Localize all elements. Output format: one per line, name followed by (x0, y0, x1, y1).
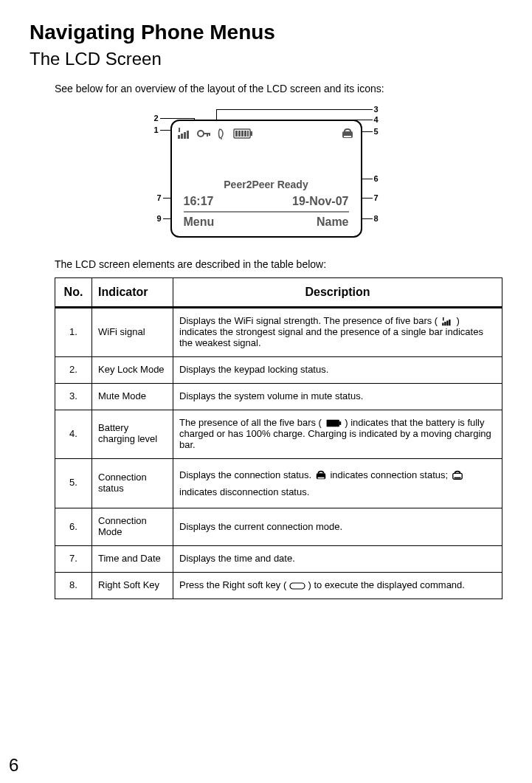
svg-rect-2 (181, 134, 183, 139)
svg-rect-16 (247, 131, 249, 137)
cell-no: 3. (55, 383, 92, 410)
svg-rect-14 (241, 131, 243, 137)
callout-7-right: 7 (374, 193, 379, 202)
callout-1: 1 (154, 125, 159, 134)
cell-desc: Displays the connection status. indicate… (173, 458, 502, 508)
cell-no: 8. (55, 573, 92, 599)
mute-icon (216, 128, 227, 139)
svg-rect-0 (179, 128, 180, 132)
svg-rect-29 (454, 477, 460, 479)
cell-ind: Time and Date (92, 546, 173, 573)
svg-rect-4 (187, 131, 189, 139)
svg-rect-8 (209, 133, 210, 136)
svg-rect-21 (444, 322, 446, 325)
table-row: 4. Battery charging level The presence o… (55, 410, 502, 458)
table-row: 2. Key Lock Mode Displays the keypad loc… (55, 356, 502, 383)
table-row: 5. Connection status Displays the connec… (55, 458, 502, 508)
svg-rect-6 (203, 133, 210, 134)
softkey-icon (289, 582, 305, 590)
cell-no: 6. (55, 508, 92, 546)
lcd-screen-box: Peer2Peer Ready 16:17 19-Nov-07 Menu Nam… (170, 120, 362, 238)
table-row: 1. WiFi signal Displays the WiFi signal … (55, 308, 502, 357)
callout-5: 5 (374, 127, 379, 136)
cell-desc: Press the Right soft key ( ) to execute … (173, 573, 502, 599)
table-intro-text: The LCD screen elements are described in… (30, 258, 502, 270)
table-row: 8. Right Soft Key Press the Right soft k… (55, 573, 502, 599)
date-text: 19-Nov-07 (292, 195, 348, 208)
callout-8: 8 (374, 214, 379, 223)
wifi-signal-icon (441, 317, 454, 326)
cell-no: 1. (55, 308, 92, 357)
cell-no: 5. (55, 458, 92, 508)
svg-rect-13 (238, 131, 241, 137)
softkey-row: Menu Name (184, 215, 349, 229)
connected-icon (314, 469, 328, 481)
battery-icon (325, 419, 342, 427)
cell-desc: Displays the time and date. (173, 546, 502, 573)
disconnected-icon (451, 469, 464, 481)
cell-ind: Connection Mode (92, 508, 173, 546)
svg-rect-3 (184, 132, 186, 139)
cell-desc: The presence of all the five bars ( ) in… (173, 410, 502, 458)
svg-rect-15 (244, 131, 246, 137)
col-description: Description (173, 278, 502, 308)
svg-rect-20 (442, 322, 443, 325)
svg-point-5 (198, 131, 204, 137)
status-bar (178, 125, 355, 142)
svg-rect-12 (235, 131, 238, 137)
svg-rect-1 (178, 135, 180, 139)
battery-icon (232, 128, 253, 139)
time-date-row: 16:17 19-Nov-07 (184, 195, 349, 213)
cell-desc: Displays the keypad locking status. (173, 356, 502, 383)
cell-ind: Mute Mode (92, 383, 173, 410)
connection-mode-text: Peer2Peer Ready (172, 179, 361, 190)
section-subtitle: The LCD Screen (30, 49, 502, 69)
cell-no: 4. (55, 410, 92, 458)
svg-rect-27 (317, 477, 324, 479)
lcd-diagram: 1 2 3 4 5 6 7 7 8 9 (119, 105, 414, 245)
indicator-table: No. Indicator Description 1. WiFi signal… (55, 277, 502, 599)
time-text: 16:17 (184, 195, 214, 208)
cell-ind: Right Soft Key (92, 573, 173, 599)
callout-3: 3 (374, 105, 379, 114)
cell-desc: Displays the system volume in mute statu… (173, 383, 502, 410)
svg-rect-11 (250, 131, 252, 136)
svg-rect-22 (446, 320, 448, 325)
cell-ind: Connection status (92, 458, 173, 508)
svg-rect-18 (344, 136, 351, 137)
wifi-signal-icon (178, 128, 191, 139)
svg-rect-7 (207, 133, 208, 137)
key-lock-icon (197, 128, 210, 139)
connection-icon (340, 127, 355, 140)
callout-7-left: 7 (157, 193, 162, 202)
callout-4: 4 (374, 115, 379, 124)
cell-ind: WiFi signal (92, 308, 173, 357)
cell-desc: Displays the current connection mode. (173, 508, 502, 546)
col-indicator: Indicator (92, 278, 173, 308)
cell-ind: Key Lock Mode (92, 356, 173, 383)
right-softkey-label: Name (317, 215, 349, 229)
table-row: 6. Connection Mode Displays the current … (55, 508, 502, 546)
col-no: No. (55, 278, 92, 308)
cell-ind: Battery charging level (92, 410, 173, 458)
callout-9: 9 (157, 214, 162, 223)
cell-no: 7. (55, 546, 92, 573)
svg-rect-30 (290, 583, 305, 589)
page-title: Navigating Phone Menus (30, 21, 502, 44)
cell-desc: Displays the WiFi signal strength. The p… (173, 308, 502, 357)
table-row: 3. Mute Mode Displays the system volume … (55, 383, 502, 410)
callout-2: 2 (154, 114, 159, 123)
svg-rect-19 (443, 317, 444, 321)
callout-6: 6 (374, 174, 379, 183)
svg-rect-25 (339, 421, 340, 425)
svg-rect-24 (326, 420, 339, 427)
svg-rect-23 (449, 320, 450, 325)
table-row: 7. Time and Date Displays the time and d… (55, 546, 502, 573)
left-softkey-label: Menu (184, 215, 215, 229)
cell-no: 2. (55, 356, 92, 383)
intro-text: See below for an overview of the layout … (30, 83, 502, 94)
